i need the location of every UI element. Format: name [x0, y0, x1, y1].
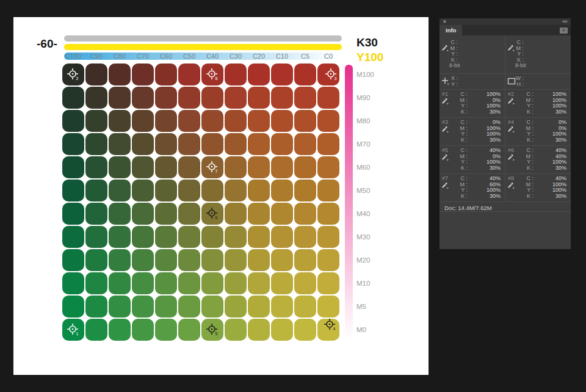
swatch-c50-m30[interactable]	[178, 226, 200, 248]
swatch-c40-m10[interactable]	[201, 272, 223, 294]
swatch-c80-m70[interactable]	[109, 133, 131, 155]
swatch-c90-m10[interactable]	[85, 272, 107, 294]
swatch-c90-m70[interactable]	[85, 133, 107, 155]
swatch-c90-m40[interactable]	[85, 203, 107, 225]
swatch-c5-m5[interactable]	[294, 296, 316, 318]
swatch-c60-m60[interactable]	[155, 156, 177, 178]
swatch-c0-m90[interactable]	[317, 87, 339, 109]
swatch-c90-m30[interactable]	[85, 226, 107, 248]
swatch-c90-m80[interactable]	[85, 110, 107, 132]
swatch-c0-m40[interactable]	[317, 203, 339, 225]
swatch-c100-m20[interactable]	[62, 249, 84, 271]
swatch-c40-m20[interactable]	[201, 249, 223, 271]
swatch-c60-m10[interactable]	[155, 272, 177, 294]
swatch-c10-m20[interactable]	[271, 249, 293, 271]
swatch-c40-m50[interactable]	[201, 180, 223, 201]
swatch-c70-m80[interactable]	[132, 110, 154, 132]
swatch-c30-m20[interactable]	[225, 249, 247, 271]
swatch-c30-m40[interactable]	[225, 203, 247, 225]
color-sampler-3-icon[interactable]: 3	[324, 67, 339, 82]
swatch-c100-m30[interactable]	[62, 226, 84, 248]
swatch-c80-m5[interactable]	[109, 296, 131, 318]
swatch-c70-m40[interactable]	[132, 203, 154, 225]
swatch-c0-m30[interactable]	[317, 226, 339, 248]
swatch-c60-m50[interactable]	[155, 180, 177, 201]
swatch-c5-m20[interactable]	[294, 249, 316, 271]
panel-menu-icon[interactable]: ≡	[560, 27, 568, 34]
swatch-c20-m0[interactable]	[248, 319, 270, 341]
swatch-c80-m30[interactable]	[109, 226, 131, 248]
swatch-c20-m20[interactable]	[248, 249, 270, 271]
swatch-c80-m0[interactable]	[109, 319, 131, 341]
swatch-c20-m50[interactable]	[248, 180, 270, 201]
swatch-c40-m70[interactable]	[201, 133, 223, 155]
eyedropper-icon[interactable]	[441, 153, 449, 162]
swatch-c20-m60[interactable]	[248, 156, 270, 178]
swatch-c20-m30[interactable]	[248, 226, 270, 248]
swatch-c80-m90[interactable]	[109, 87, 131, 109]
swatch-c90-m50[interactable]	[85, 180, 107, 201]
swatch-c5-m10[interactable]	[294, 272, 316, 294]
eyedropper-icon[interactable]	[441, 125, 449, 134]
swatch-c70-m100[interactable]	[132, 64, 154, 85]
swatch-c60-m30[interactable]	[155, 226, 177, 248]
color-sampler-4-icon[interactable]: 4	[323, 318, 338, 332]
swatch-c0-m70[interactable]	[317, 133, 339, 155]
swatch-c80-m80[interactable]	[109, 110, 131, 132]
swatch-c60-m5[interactable]	[155, 296, 177, 318]
swatch-c100-m60[interactable]	[62, 156, 84, 178]
swatch-c5-m30[interactable]	[294, 226, 316, 248]
swatch-c100-m40[interactable]	[62, 203, 84, 225]
swatch-c20-m70[interactable]	[248, 133, 270, 155]
swatch-c0-m60[interactable]	[317, 156, 339, 178]
swatch-c20-m10[interactable]	[248, 272, 270, 294]
swatch-c10-m80[interactable]	[271, 110, 293, 132]
swatch-c30-m30[interactable]	[225, 226, 247, 248]
swatch-c50-m90[interactable]	[178, 87, 200, 109]
swatch-c60-m80[interactable]	[155, 110, 177, 132]
swatch-c10-m50[interactable]	[271, 180, 293, 201]
swatch-c70-m50[interactable]	[132, 180, 154, 201]
swatch-c5-m40[interactable]	[294, 203, 316, 225]
swatch-c70-m90[interactable]	[132, 87, 154, 109]
swatch-c80-m20[interactable]	[109, 249, 131, 271]
swatch-c30-m0[interactable]	[225, 319, 247, 341]
swatch-c100-m5[interactable]	[62, 296, 84, 318]
swatch-c50-m10[interactable]	[178, 272, 200, 294]
swatch-c20-m90[interactable]	[248, 87, 270, 109]
swatch-c80-m100[interactable]	[109, 64, 131, 85]
swatch-c70-m10[interactable]	[132, 272, 154, 294]
swatch-c50-m50[interactable]	[178, 180, 200, 201]
swatch-c5-m0[interactable]	[294, 319, 316, 341]
swatch-c50-m0[interactable]	[178, 319, 200, 341]
swatch-c10-m30[interactable]	[271, 226, 293, 248]
color-sampler-1-icon[interactable]: 1	[66, 322, 81, 337]
eyedropper-icon[interactable]	[507, 125, 515, 134]
swatch-c20-m100[interactable]	[248, 64, 270, 85]
swatch-c30-m60[interactable]	[225, 156, 247, 178]
swatch-c5-m70[interactable]	[294, 133, 316, 155]
swatch-c30-m90[interactable]	[225, 87, 247, 109]
swatch-c90-m5[interactable]	[85, 296, 107, 318]
swatch-c5-m80[interactable]	[294, 110, 316, 132]
swatch-c5-m50[interactable]	[294, 180, 316, 201]
swatch-c50-m20[interactable]	[178, 249, 200, 271]
swatch-c100-m70[interactable]	[62, 133, 84, 155]
eyedropper-icon[interactable]	[441, 181, 449, 191]
swatch-c60-m0[interactable]	[155, 319, 177, 341]
swatch-c70-m20[interactable]	[132, 249, 154, 271]
swatch-c20-m5[interactable]	[248, 296, 270, 318]
swatch-c40-m30[interactable]	[201, 226, 223, 248]
collapse-panel-icon[interactable]: ««	[562, 18, 567, 24]
swatch-c30-m70[interactable]	[225, 133, 247, 155]
swatch-c70-m70[interactable]	[132, 133, 154, 155]
swatch-c0-m80[interactable]	[317, 110, 339, 132]
swatch-c70-m30[interactable]	[132, 226, 154, 248]
swatch-c70-m60[interactable]	[132, 156, 154, 178]
color-sampler-8-icon[interactable]: 8	[205, 67, 220, 82]
swatch-c40-m5[interactable]	[201, 296, 223, 318]
eyedropper-icon[interactable]	[507, 181, 515, 191]
swatch-c60-m20[interactable]	[155, 249, 177, 271]
swatch-c50-m100[interactable]	[178, 64, 200, 85]
eyedropper-icon[interactable]	[507, 153, 515, 162]
